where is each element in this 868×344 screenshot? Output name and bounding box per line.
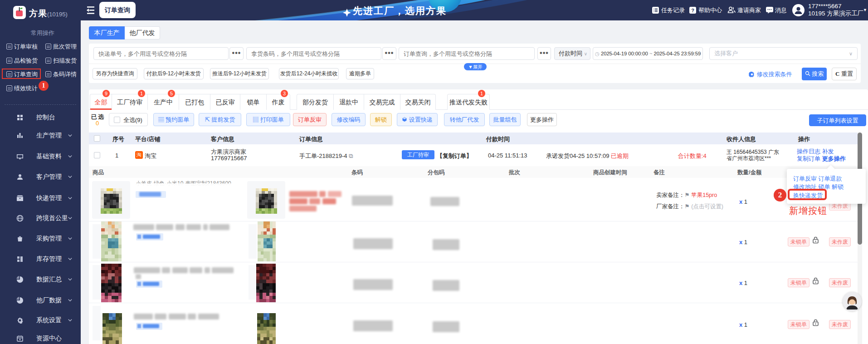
svg-text:?: ? — [691, 8, 694, 13]
